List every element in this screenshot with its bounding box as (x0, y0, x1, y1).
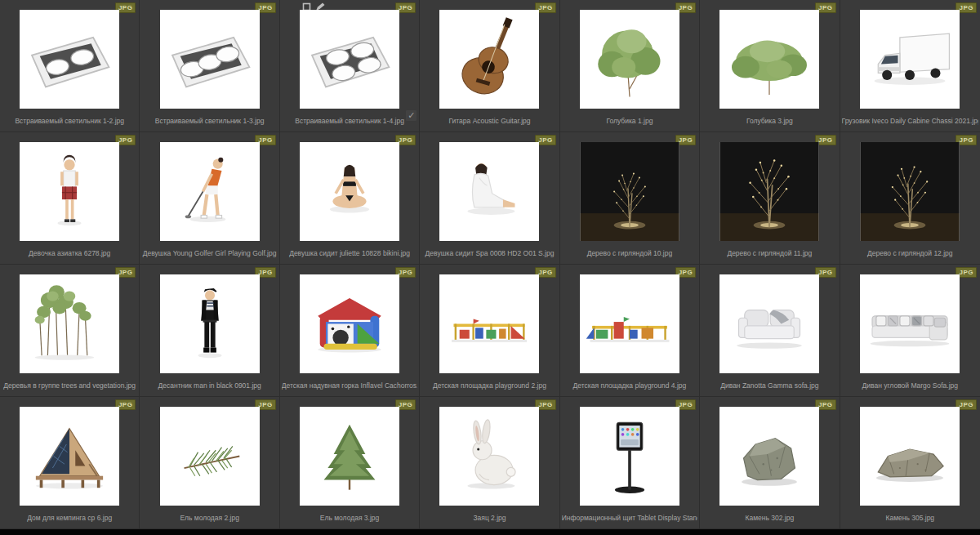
grid-cell[interactable]: JPG Девушка сидит juliette 10828 bikini.… (280, 132, 420, 265)
asset-browser: JPG Встраиваемый светильник 1-2.jpgJPG В… (0, 0, 980, 535)
grid-cell[interactable]: JPG Детская надувная горка Inflavel Cach… (280, 265, 420, 397)
box-truck-icon[interactable] (860, 10, 960, 109)
acoustic-guitar-icon[interactable] (439, 10, 539, 109)
woman-sitting-robe-icon[interactable] (439, 142, 539, 241)
tree-group-icon[interactable] (20, 274, 119, 373)
filename-label: Девушка Young Golfer Girl Playing Golf.j… (141, 249, 277, 257)
grid-cell[interactable]: JPG Ель молодая 2.jpg (140, 397, 279, 529)
filename-label: Голубика 3.jpg (702, 117, 837, 125)
woman-sitting-bikini-icon[interactable] (300, 142, 399, 241)
grid-cell[interactable]: JPG Деревья в группе trees and vegetatio… (0, 265, 140, 397)
filename-label: Десантник man in black 0901.jpg (141, 381, 277, 390)
filename-label: Деревья в группе trees and vegetation.jp… (2, 381, 137, 390)
grid-cell[interactable]: JPG Грузовик Iveco Daily Cabine Chassi 2… (840, 0, 980, 132)
grid-cell[interactable]: JPG Десантник man in black 0901.jpg (140, 265, 279, 397)
young-spruce-bush-icon[interactable] (300, 407, 399, 506)
playground-4-icon[interactable] (580, 274, 679, 373)
filename-label: Грузовик Iveco Daily Cabine Chassi 2021.… (842, 117, 978, 125)
bush-tall-icon[interactable] (580, 10, 679, 109)
filename-label: Детская площадка playground 2.jpg (421, 381, 557, 390)
grid-cell[interactable]: JPG Камень 305.jpg (840, 397, 980, 529)
bush-wide-icon[interactable] (719, 10, 819, 109)
recessed-light-2-icon[interactable] (20, 10, 119, 109)
garland-tree-large-icon[interactable] (719, 142, 819, 241)
filename-label: Девушка сидит juliette 10828 bikini.jpg (282, 249, 417, 257)
grid-cell[interactable]: JPG Информационный щит Tablet Display St… (560, 397, 700, 529)
grid-cell[interactable]: JPG Детская площадка playground 2.jpg (420, 265, 559, 397)
grid-cell[interactable]: JPG Камень 302.jpg (700, 397, 840, 529)
filename-label: Встраиваемый светильник 1-3.jpg (141, 117, 277, 125)
rabbit-icon[interactable] (439, 407, 539, 506)
grid-cell[interactable]: JPG Ель молодая 3.jpg (280, 397, 420, 529)
filename-label: Камень 302.jpg (702, 514, 837, 522)
grid-cell[interactable]: JPG Гитара Acoustic Guitar.jpg (420, 0, 559, 132)
grid-cell[interactable]: JPG Детская площадка playground 4.jpg (560, 265, 700, 397)
bounce-castle-icon[interactable] (300, 274, 399, 373)
girl-standing-icon[interactable] (20, 142, 119, 241)
filename-label: Ель молодая 3.jpg (282, 514, 417, 522)
filename-label: Встраиваемый светильник 1-4.jpg (282, 117, 417, 125)
garland-tree-medium-icon[interactable] (860, 142, 960, 241)
filename-label: Детская надувная горка Inflavel Cachorro… (282, 381, 417, 390)
grid-cell[interactable]: JPG Дерево с гирляндой 11.jpg (700, 132, 840, 265)
thumbnail-grid: JPG Встраиваемый светильник 1-2.jpgJPG В… (0, 0, 980, 529)
filename-label: Детская площадка playground 4.jpg (562, 381, 697, 390)
grid-cell[interactable]: JPG Дом для кемпинга ср 6.jpg (0, 397, 140, 529)
grid-cell[interactable]: JPG Заяц 2.jpg (420, 397, 559, 529)
filename-label: Информационный щит Tablet Display Stands… (562, 514, 697, 522)
grid-cell[interactable]: JPG Дерево с гирляндой 12.jpg (840, 132, 980, 265)
sofa-icon[interactable] (719, 274, 819, 373)
filename-label: Встраиваемый светильник 1-2.jpg (2, 117, 137, 125)
grid-cell[interactable]: JPG Дерево с гирляндой 10.jpg (560, 132, 700, 265)
grid-cell[interactable]: JPG Встраиваемый светильник 1-2.jpg (0, 0, 140, 132)
grid-cell[interactable]: JPG Диван угловой Margo Sofa.jpg (840, 265, 980, 397)
filename-label: Девушка сидит Spa 0008 HD2 O01 S.jpg (421, 249, 557, 257)
filename-label: Дерево с гирляндой 12.jpg (842, 249, 978, 257)
filename-label: Дом для кемпинга ср 6.jpg (2, 514, 137, 522)
filename-label: Девочка азиатка 6278.jpg (2, 249, 137, 257)
grid-cell[interactable]: JPG ✓Встраиваемый светильник 1-4.jpg (280, 0, 420, 132)
a-frame-cabin-icon[interactable] (20, 407, 119, 506)
grid-cell[interactable]: JPG Девушка Young Golfer Girl Playing Go… (140, 132, 279, 265)
grid-cell[interactable]: JPG Голубика 3.jpg (700, 0, 840, 132)
bottom-bar (0, 529, 980, 535)
grid-cell[interactable]: JPG Диван Zanotta Gamma sofa.jpg (700, 265, 840, 397)
rock-flat-icon[interactable] (860, 407, 960, 506)
filename-label: Заяц 2.jpg (421, 514, 557, 522)
man-in-black-icon[interactable] (160, 274, 260, 373)
golfer-girl-icon[interactable] (160, 142, 260, 241)
corner-sofa-icon[interactable] (860, 274, 960, 373)
grid-cell[interactable]: JPG Голубика 1.jpg (560, 0, 700, 132)
grid-cell[interactable]: JPG Девушка сидит Spa 0008 HD2 O01 S.jpg (420, 132, 559, 265)
rock-round-icon[interactable] (719, 407, 819, 506)
playground-2-icon[interactable] (439, 274, 539, 373)
grid-cell[interactable]: JPG Девочка азиатка 6278.jpg (0, 132, 140, 265)
filename-label: Ель молодая 2.jpg (141, 514, 277, 522)
filename-label: Камень 305.jpg (842, 514, 978, 522)
filename-label: Дерево с гирляндой 11.jpg (702, 249, 837, 257)
grid-cell[interactable]: JPG Встраиваемый светильник 1-3.jpg (140, 0, 279, 132)
garland-tree-small-icon[interactable] (580, 142, 679, 241)
recessed-light-4-icon[interactable] (300, 10, 399, 109)
filename-label: Диван Zanotta Gamma sofa.jpg (702, 381, 837, 390)
filename-label: Голубика 1.jpg (562, 117, 697, 125)
filename-label: Диван угловой Margo Sofa.jpg (842, 381, 978, 390)
tablet-display-stand-icon[interactable] (580, 407, 679, 506)
filename-label: Дерево с гирляндой 10.jpg (562, 249, 697, 257)
young-spruce-branch-icon[interactable] (160, 407, 260, 506)
recessed-light-3-icon[interactable] (160, 10, 260, 109)
filename-label: Гитара Acoustic Guitar.jpg (421, 117, 557, 125)
